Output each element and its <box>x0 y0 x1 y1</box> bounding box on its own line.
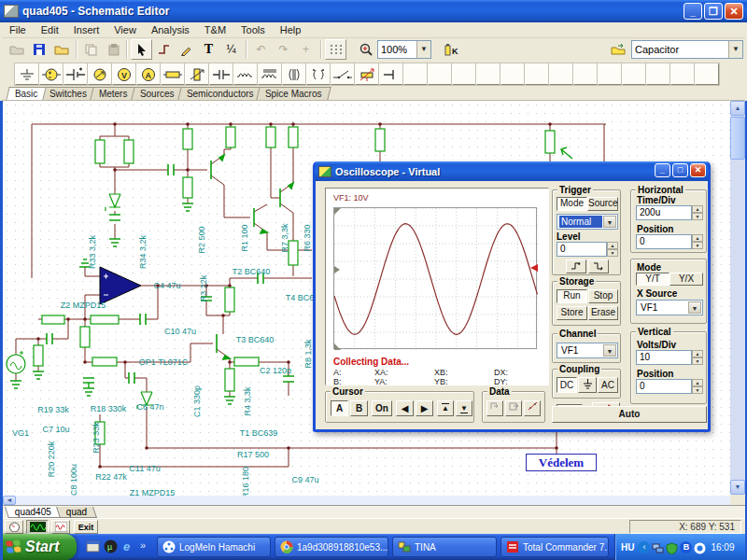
trigger-mode-select[interactable]: Normal ▼ <box>557 214 618 230</box>
component-label[interactable]: C4 47u <box>153 281 180 290</box>
transformer-icon[interactable] <box>282 63 306 85</box>
inductor-icon[interactable] <box>233 63 258 85</box>
h-position-up-icon[interactable]: ▲ <box>692 234 703 242</box>
palette-tab-semiconductors[interactable]: Semiconductors <box>177 87 262 100</box>
undo-icon[interactable]: ↶ <box>250 39 272 60</box>
component-label[interactable]: R6 330 <box>303 224 312 251</box>
coupled-inductor-icon[interactable] <box>306 63 331 85</box>
xsource-dropdown-arrow[interactable]: ▼ <box>688 301 701 314</box>
scope-close-button[interactable]: ✕ <box>690 163 706 177</box>
data-import-icon[interactable] <box>486 400 503 416</box>
open-icon[interactable] <box>6 39 27 60</box>
component-label[interactable]: R2 500 <box>197 226 206 253</box>
component-label[interactable]: C7 10u <box>42 425 69 434</box>
terminal-icon[interactable] <box>379 63 403 85</box>
scroll-up-icon[interactable]: ▲ <box>730 101 745 116</box>
voltsdiv-spinner[interactable]: 10 ▲▼ <box>636 350 703 365</box>
cursor-a-button[interactable]: A <box>331 400 348 416</box>
sheet-tab-quad405[interactable]: quad405 <box>5 507 62 518</box>
component-label[interactable]: VG1 <box>12 428 29 438</box>
component-label[interactable]: C11 47u <box>129 464 160 473</box>
component-label[interactable]: R19 33k <box>37 405 69 414</box>
menu-edit[interactable]: Edit <box>41 24 59 35</box>
language-indicator[interactable]: HU <box>621 542 634 553</box>
cursor-left-icon[interactable]: ◀ <box>396 400 414 416</box>
data-export-icon[interactable] <box>505 400 522 416</box>
inductor-core-icon[interactable] <box>258 63 282 85</box>
select-cursor-icon[interactable] <box>131 39 152 60</box>
menu-insert[interactable]: Insert <box>74 24 100 35</box>
timediv-down-icon[interactable]: ▼ <box>692 213 703 220</box>
component-label[interactable]: C1 330p <box>192 385 202 417</box>
trigger-level-spinner[interactable]: 0 ▲▼ <box>557 242 618 257</box>
task-button-1[interactable]: LogMeIn Hamachi <box>157 537 271 557</box>
zoom-icon[interactable] <box>355 39 376 60</box>
meter-icon[interactable] <box>5 520 23 534</box>
horizontal-scrollbar[interactable]: ◄ <box>3 496 730 505</box>
yt-mode-button[interactable]: Y/T <box>636 273 669 286</box>
erase-button[interactable]: Erase <box>588 306 618 320</box>
level-down-icon[interactable]: ▼ <box>607 249 618 257</box>
task-button-2[interactable]: 1a9d308918810e53... <box>275 537 388 557</box>
data-curve-icon[interactable] <box>524 400 541 416</box>
open-folder-icon[interactable] <box>50 39 72 60</box>
oscilloscope-titlebar[interactable]: Oscilloscope - Virtual _ □ ✕ <box>315 161 709 181</box>
voltage-source-icon[interactable] <box>39 63 63 85</box>
pencil-tool-icon[interactable] <box>176 39 197 60</box>
sheet-tab-quad[interactable]: quad <box>56 507 97 518</box>
component-label[interactable]: R16 180 <box>241 467 250 498</box>
task-button-3[interactable]: TINA <box>392 537 497 557</box>
signal-analyzer-icon[interactable] <box>51 520 70 534</box>
component-label[interactable]: OP1 TL071C <box>139 357 188 367</box>
resistor-icon[interactable] <box>161 63 185 85</box>
run-button[interactable]: Run <box>557 289 587 303</box>
net-label-vedelem[interactable]: Védelem <box>526 454 597 471</box>
current-generator-icon[interactable] <box>88 63 112 85</box>
component-label[interactable]: T2 BC640 <box>233 267 271 276</box>
cursor-b-button[interactable]: B <box>350 400 368 416</box>
scroll-left-icon[interactable]: ◄ <box>3 496 16 505</box>
falling-edge-button[interactable] <box>588 259 609 273</box>
battery-icon[interactable] <box>63 63 88 85</box>
quicklaunch-chevron-icon[interactable]: » <box>140 539 146 551</box>
trigger-mode-dropdown-arrow[interactable]: ▼ <box>603 216 616 228</box>
save-icon[interactable] <box>28 39 49 60</box>
menu-view[interactable]: View <box>114 24 136 35</box>
battery-1k-icon[interactable]: K <box>441 39 462 60</box>
yx-mode-button[interactable]: Y/X <box>669 273 703 286</box>
capacitor-icon[interactable] <box>209 63 233 85</box>
component-label[interactable]: R4 3,3k <box>243 386 252 415</box>
component-label[interactable]: Z2 MZPD15 <box>61 301 106 310</box>
task-button-4[interactable]: Total Commander 7.... <box>500 537 609 557</box>
component-label[interactable]: R34 3,2k <box>138 235 148 269</box>
network-tray-icon[interactable] <box>652 541 664 553</box>
cursor-right-icon[interactable]: ▶ <box>416 400 433 416</box>
h-position-spinner[interactable]: 0 ▲▼ <box>636 234 703 249</box>
palette-tab-switches[interactable]: Switches <box>41 87 97 100</box>
palette-tab-spice-macros[interactable]: Spice Macros <box>257 87 331 100</box>
component-label[interactable]: R22 47k <box>95 472 127 482</box>
component-label[interactable]: R20 220k <box>47 441 56 478</box>
trigger-source-button[interactable]: Source <box>587 197 618 211</box>
component-label[interactable]: R8 1,3k <box>303 339 313 368</box>
zoom-level-select[interactable]: 100% ▼ <box>377 40 431 59</box>
stop-button[interactable]: Stop <box>588 289 618 303</box>
variable-resistor-icon[interactable] <box>355 63 379 85</box>
logmein-tray-icon[interactable]: ‹ <box>638 541 650 553</box>
component-label[interactable]: R1 100 <box>240 224 249 251</box>
coupling-dc-button[interactable]: DC <box>557 377 577 393</box>
zoom-dropdown-arrow[interactable]: ▼ <box>416 41 430 58</box>
component-label[interactable]: C2 120p <box>260 366 291 375</box>
component-label[interactable]: C10 47u <box>164 327 196 336</box>
vertical-scroll-thumb[interactable] <box>730 117 745 160</box>
fraction-tool-icon[interactable]: ¼ <box>220 39 242 60</box>
trigger-mode-button[interactable]: Mode <box>557 197 587 211</box>
bluetooth-tray-icon[interactable]: B <box>680 541 692 553</box>
v-position-down-icon[interactable]: ▼ <box>692 386 703 394</box>
voltmeter-icon[interactable]: V <box>112 63 136 85</box>
oscilloscope-dialog[interactable]: Oscilloscope - Virtual _ □ ✕ VF1: 10V Co… <box>313 161 711 432</box>
voltsdiv-down-icon[interactable]: ▼ <box>692 357 703 365</box>
wire-tool-icon[interactable] <box>153 39 175 60</box>
redo-icon[interactable]: ↷ <box>273 39 294 60</box>
text-tool-icon[interactable]: T <box>198 39 219 60</box>
